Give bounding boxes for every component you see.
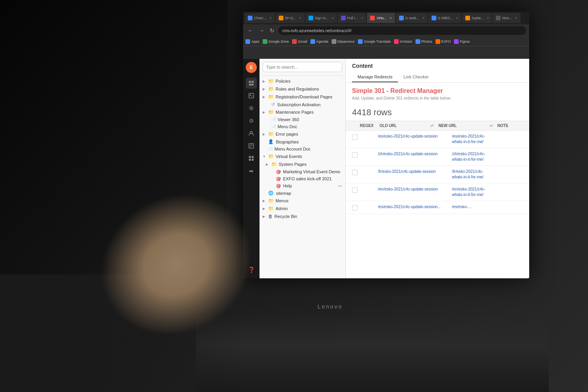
browser-content: E xyxy=(243,59,529,278)
search-input[interactable] xyxy=(263,62,342,72)
tab-9[interactable]: Mon... × xyxy=(493,13,520,23)
tree-item-viewer360[interactable]: ▶ 📄 Viewer 360 xyxy=(260,116,345,123)
row-checkbox-3[interactable] xyxy=(352,170,358,175)
special-icon-marketing: 🎯 xyxy=(276,170,281,174)
table-row: /zh/esko-2021/c4c-update-session /zh/esk… xyxy=(346,148,529,166)
folder-icon-menus: 📁 xyxy=(268,198,274,203)
row-new-url-3: /fr/esko-2021/c4c-whats-in-it-for-me/ xyxy=(452,169,523,180)
tree-item-marketing-virtual[interactable]: ▶ 🎯 Marketing Virtual Event Demo xyxy=(260,168,345,175)
tree-arrow-systempages: ▶ xyxy=(266,163,270,166)
rail-settings-icon[interactable] xyxy=(246,103,257,114)
tree-item-dots[interactable]: ••• xyxy=(338,184,342,188)
file-icon-menudoc: 📄 xyxy=(271,125,276,129)
tree-arrow-recyclebin: ▶ xyxy=(263,215,267,218)
special-icon-help: 🎯 xyxy=(276,184,281,188)
bookmark-invision[interactable]: InVision xyxy=(394,39,412,44)
tree-arrow-help: ▶ xyxy=(270,184,274,188)
refresh-icon-subscription: ↺ xyxy=(271,102,275,107)
rail-media-icon[interactable] xyxy=(246,90,257,101)
tree-label-errorpages: Error pages xyxy=(276,132,342,136)
svg-rect-11 xyxy=(249,156,251,158)
bookmark-photos[interactable]: Photos xyxy=(416,39,432,44)
tab-manage-redirects[interactable]: Manage Redirects xyxy=(352,72,398,82)
tree-item-subscription[interactable]: ▶ ↺ Subscription Activation xyxy=(260,101,345,108)
bookmark-depanneur[interactable]: Dépanneur xyxy=(332,39,355,44)
bookmark-gmail[interactable]: Gmail xyxy=(292,39,307,44)
tab-link-checker[interactable]: Link Checker xyxy=(398,72,434,82)
rail-deploy-icon[interactable]: ➡ xyxy=(246,165,257,176)
tab-6[interactable]: G seek... × xyxy=(396,13,428,23)
tree-item-exfo-sales[interactable]: ▶ 🎯 EXFO sales kick-off 2021 xyxy=(260,175,345,182)
tree-label-maintenance: Maintenance Pages xyxy=(276,110,342,114)
tree-arrow-marketing: ▶ xyxy=(270,170,274,174)
forward-button[interactable]: → xyxy=(257,27,266,34)
svg-rect-13 xyxy=(249,159,251,161)
tree-content: ▶ 📁 Policies ▶ 📁 Rules and Regulations ▶… xyxy=(260,76,345,278)
row-old-url-1: /es/esko-2021/c4c-update-session xyxy=(378,134,449,139)
rail-forms-icon[interactable] xyxy=(246,140,257,151)
bookmark-exfo[interactable]: EXFO xyxy=(436,39,451,44)
bookmark-googledrive[interactable]: Google Drive xyxy=(263,39,289,44)
special-icon-exfosales: 🎯 xyxy=(276,177,281,181)
svg-rect-0 xyxy=(249,81,251,83)
tab-4[interactable]: Pull r... × xyxy=(338,13,367,23)
reload-button[interactable]: ↻ xyxy=(268,27,276,34)
tree-label-menudoc: Menu Doc xyxy=(278,124,342,129)
folder-icon-systempages: 📁 xyxy=(271,162,277,167)
tab-7[interactable]: G MiBS... × xyxy=(428,13,461,23)
tree-error-pages[interactable]: ▶ 📁 Error pages xyxy=(260,130,345,138)
tree-arrow-exfosales: ▶ xyxy=(270,177,274,181)
back-button[interactable]: ← xyxy=(246,27,255,34)
tree-item-maintenance[interactable]: ▶ 📁 Maintenance Pages xyxy=(260,108,345,116)
rail-user-icon[interactable] xyxy=(246,128,257,139)
tree-label-systempages: System Pages xyxy=(279,162,342,167)
tree-item-policies[interactable]: ▶ 📁 Policies xyxy=(260,77,345,85)
rail-gear-icon[interactable]: ⚙ xyxy=(246,115,257,126)
tree-arrow-virtualevents: ▼ xyxy=(263,155,267,158)
tree-arrow-menuaccount: ▶ xyxy=(263,147,267,151)
tree-panel: ▶ 📁 Policies ▶ 📁 Rules and Regulations ▶… xyxy=(260,59,346,278)
tree-item-menuaccountdoc[interactable]: ▶ 📄 Menu Account Doc xyxy=(260,145,345,152)
tree-item-virtualevents[interactable]: ▼ 📁 Virtual Events xyxy=(260,152,345,160)
tree-item-rules[interactable]: ▶ 📁 Rules and Regulations xyxy=(260,85,345,93)
tree-item-registration[interactable]: ▶ 📁 Registration/Download Pages xyxy=(260,93,345,101)
rail-content-icon[interactable] xyxy=(246,78,257,89)
url-bar[interactable]: cms-exfo.azurewebsites.net/umbraco/#/ xyxy=(278,26,526,35)
tree-label-sitemap: sitemap xyxy=(276,191,342,196)
tab-2[interactable]: (8+1)... × xyxy=(276,13,305,23)
tree-item-menus[interactable]: ▶ 📁 Menus xyxy=(260,197,345,205)
tree-arrow-menus: ▶ xyxy=(263,199,267,203)
tree-item-systempages[interactable]: ▶ 📁 System Pages xyxy=(260,160,345,168)
tab-5-active[interactable]: Virtu... × xyxy=(367,13,395,23)
bookmark-agenda[interactable]: Agenda xyxy=(310,39,328,44)
laptop-frame-bottom xyxy=(196,314,549,392)
bookmark-figma[interactable]: Figma xyxy=(454,39,470,44)
row-new-url-4: /en/esko-2021/c4c-whats-in-it-for-me/ xyxy=(452,187,523,198)
tree-item-sitemap[interactable]: ▶ 🌐 sitemap xyxy=(260,189,345,197)
rail-grid-icon[interactable] xyxy=(246,153,257,164)
row-checkbox-1[interactable] xyxy=(352,134,358,140)
file-icon-menuaccount: 📄 xyxy=(268,147,273,151)
svg-rect-12 xyxy=(252,156,254,158)
tree-item-recyclebin[interactable]: ▶ 🗑 Recycle Bin xyxy=(260,212,345,220)
row-checkbox-2[interactable] xyxy=(352,152,358,158)
row-new-url-5: /es/esko-... xyxy=(452,204,523,210)
redirect-manager-subtitle: Add, Update, and Delete 301 redirects in… xyxy=(346,96,529,104)
tab-8[interactable]: Jupite... × xyxy=(462,13,492,23)
table-row: /es/esko-2021/c4c-update-session /es/esk… xyxy=(346,131,529,148)
tree-item-admin[interactable]: ▶ 📁 Admin xyxy=(260,205,345,212)
content-title: Content xyxy=(352,63,523,69)
file-icon-viewer360: 📄 xyxy=(271,118,276,122)
bookmark-translate[interactable]: Google Translate xyxy=(358,39,391,44)
svg-rect-1 xyxy=(252,81,254,83)
tree-item-menudoc[interactable]: ▶ 📄 Menu Doc xyxy=(260,123,345,130)
tree-arrow-admin: ▶ xyxy=(263,207,267,211)
laptop-brand: Lenovo xyxy=(318,303,343,310)
bookmark-apps[interactable]: Apps xyxy=(245,39,260,44)
row-checkbox-5[interactable] xyxy=(352,205,358,211)
tab-3[interactable]: Sign In... × xyxy=(305,13,337,23)
tab-1[interactable]: Charc... × xyxy=(245,13,275,23)
row-checkbox-4[interactable] xyxy=(352,187,358,193)
tree-item-help[interactable]: ▶ 🎯 Help ••• xyxy=(260,182,345,189)
tree-item-biographies[interactable]: ▶ 👤 Biographies xyxy=(260,138,345,145)
